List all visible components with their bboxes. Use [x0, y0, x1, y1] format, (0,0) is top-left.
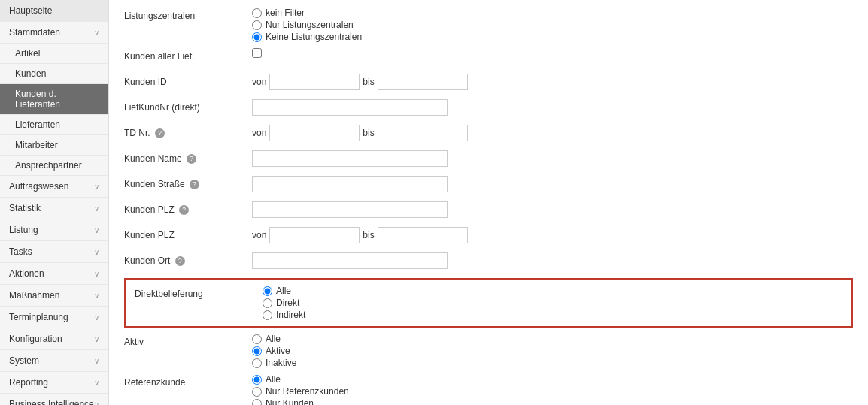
- kunden-plz-bis-input[interactable]: [378, 227, 468, 243]
- sidebar-item-listung[interactable]: Listung∨: [0, 219, 108, 241]
- sidebar-item-hauptseite[interactable]: Hauptseite: [0, 0, 108, 22]
- td-nr-label: TD Nr. ?: [124, 125, 252, 138]
- sidebar-item-label-artikel: Artikel: [15, 48, 40, 59]
- von-label-1: von: [252, 77, 266, 87]
- kunden-name-controls: [252, 150, 853, 167]
- referenzkunde-row: Referenzkunde Alle Nur Referenzkunden Nu…: [124, 374, 853, 405]
- aktiv-radio-group: Alle Aktive Inaktive: [252, 334, 296, 368]
- chevron-down-icon: ∨: [94, 379, 99, 387]
- kunden-ort-input[interactable]: [252, 252, 448, 269]
- sidebar-item-label-tasks: Tasks: [9, 246, 32, 257]
- sidebar-item-mitarbeiter[interactable]: Mitarbeiter: [0, 135, 108, 156]
- sidebar-item-label-mitarbeiter: Mitarbeiter: [15, 140, 58, 150]
- bis-label-1: bis: [363, 77, 374, 87]
- chevron-down-icon: ∨: [94, 335, 99, 343]
- kunden-plz-single-controls: [252, 201, 853, 218]
- direktbelieferung-option-alle[interactable]: Alle: [263, 286, 305, 296]
- aktiv-label: Aktiv: [124, 334, 252, 347]
- sidebar-item-label-aktionen: Aktionen: [9, 268, 44, 279]
- liefkundnr-input[interactable]: [252, 99, 448, 116]
- listungszentralen-option-nur[interactable]: Nur Listungszentralen: [252, 20, 362, 30]
- sidebar-item-kunden[interactable]: Kunden: [0, 64, 108, 84]
- aktiv-option-inaktive[interactable]: Inaktive: [252, 358, 296, 368]
- aktiv-controls: Alle Aktive Inaktive: [252, 334, 853, 368]
- chevron-down-icon: ∨: [94, 183, 99, 191]
- chevron-down-icon: ∨: [94, 226, 99, 234]
- kunden-ort-controls: [252, 252, 853, 269]
- aktiv-option-aktive[interactable]: Aktive: [252, 346, 296, 356]
- referenzkunde-option-nur-referenz[interactable]: Nur Referenzkunden: [252, 386, 349, 397]
- sidebar-item-lieferanten[interactable]: Lieferanten: [0, 115, 108, 135]
- sidebar-item-reporting[interactable]: Reporting∨: [0, 372, 108, 394]
- kunden-aller-lief-controls: [252, 48, 853, 58]
- kunden-aller-lief-checkbox[interactable]: [252, 48, 262, 58]
- listungszentralen-radio-group: kein Filter Nur Listungszentralen Keine …: [252, 8, 362, 42]
- td-nr-help-icon[interactable]: ?: [155, 128, 165, 138]
- kunden-plz-range-row: Kunden PLZ von bis: [124, 227, 853, 246]
- sidebar-item-label-lieferanten: Lieferanten: [15, 119, 60, 130]
- kunden-strasse-help-icon[interactable]: ?: [190, 180, 199, 189]
- sidebar-item-massnahmen[interactable]: Maßnahmen∨: [0, 285, 108, 307]
- sidebar-item-ansprechpartner[interactable]: Ansprechpartner: [0, 156, 108, 176]
- sidebar-item-business-intelligence[interactable]: Business Intelligence∨: [0, 394, 108, 405]
- sidebar-item-label-kunden: Kunden: [15, 68, 46, 79]
- kunden-id-von-input[interactable]: [269, 74, 360, 90]
- sidebar-item-terminplanung[interactable]: Terminplanung∨: [0, 307, 108, 328]
- kunden-name-row: Kunden Name ?: [124, 150, 853, 170]
- aktiv-option-alle[interactable]: Alle: [252, 334, 296, 344]
- sidebar-item-statistik[interactable]: Statistik∨: [0, 198, 108, 219]
- sidebar-item-aktionen[interactable]: Aktionen∨: [0, 263, 108, 285]
- referenzkunde-option-nur-kunden[interactable]: Nur Kunden: [252, 398, 349, 405]
- chevron-down-icon: ∨: [94, 270, 99, 278]
- sidebar-item-label-massnahmen: Maßnahmen: [9, 290, 59, 301]
- sidebar-item-label-system: System: [9, 355, 39, 366]
- kunden-id-row: Kunden ID von bis: [124, 74, 853, 93]
- kunden-id-range: von bis: [252, 74, 468, 90]
- kunden-strasse-controls: [252, 176, 853, 192]
- kunden-strasse-input[interactable]: [252, 176, 448, 192]
- listungszentralen-option-keine[interactable]: Keine Listungszentralen: [252, 32, 362, 42]
- direktbelieferung-option-direkt[interactable]: Direkt: [263, 298, 305, 308]
- listungszentralen-option-kein-filter[interactable]: kein Filter: [252, 8, 362, 18]
- chevron-down-icon: ∨: [94, 357, 99, 365]
- sidebar-item-tasks[interactable]: Tasks∨: [0, 241, 108, 263]
- kunden-name-help-icon[interactable]: ?: [187, 154, 196, 164]
- kunden-name-input[interactable]: [252, 150, 448, 167]
- main-content: Listungszentralen kein Filter Nur Listun…: [109, 0, 868, 405]
- referenzkunde-option-alle[interactable]: Alle: [252, 374, 349, 385]
- td-nr-range: von bis: [252, 125, 468, 141]
- kunden-plz-help-icon[interactable]: ?: [179, 205, 189, 215]
- chevron-down-icon: ∨: [94, 29, 99, 37]
- kunden-plz-single-label: Kunden PLZ ?: [124, 201, 252, 215]
- direktbelieferung-option-indirekt[interactable]: Indirekt: [263, 310, 305, 320]
- liefkundnr-row: LiefKundNr (direkt): [124, 99, 853, 119]
- sidebar-item-label-konfiguration: Konfiguration: [9, 334, 62, 344]
- sidebar-item-label-reporting: Reporting: [9, 377, 48, 388]
- sidebar-item-label-terminplanung: Terminplanung: [9, 312, 68, 322]
- sidebar-item-system[interactable]: System∨: [0, 350, 108, 372]
- kunden-ort-help-icon[interactable]: ?: [175, 256, 185, 266]
- kunden-strasse-row: Kunden Straße ?: [124, 176, 853, 195]
- sidebar-item-kunden-lieferanten[interactable]: Kunden d. Lieferanten: [0, 84, 108, 115]
- liefkundnr-label: LiefKundNr (direkt): [124, 99, 252, 113]
- kunden-plz-input[interactable]: [252, 201, 448, 218]
- sidebar-item-konfiguration[interactable]: Konfiguration∨: [0, 328, 108, 350]
- kunden-id-controls: von bis: [252, 74, 853, 90]
- aktiv-row: Aktiv Alle Aktive Inaktive: [124, 334, 853, 368]
- kunden-plz-von-input[interactable]: [269, 227, 360, 243]
- sidebar-item-label-kunden-lieferanten: Kunden d. Lieferanten: [15, 89, 99, 110]
- td-nr-von-input[interactable]: [269, 125, 360, 141]
- sidebar-item-auftragswesen[interactable]: Auftragswesen∨: [0, 176, 108, 198]
- td-nr-bis-input[interactable]: [378, 125, 468, 141]
- sidebar-item-label-hauptseite: Hauptseite: [9, 5, 52, 16]
- von-label-3: von: [252, 230, 266, 240]
- bis-label-2: bis: [363, 128, 374, 138]
- kunden-ort-label: Kunden Ort ?: [124, 252, 252, 266]
- sidebar-item-artikel[interactable]: Artikel: [0, 44, 108, 64]
- referenzkunde-controls: Alle Nur Referenzkunden Nur Kunden: [252, 374, 853, 405]
- chevron-down-icon: ∨: [94, 204, 99, 213]
- listungszentralen-label: Listungszentralen: [124, 8, 252, 21]
- sidebar-item-label-auftragswesen: Auftragswesen: [9, 181, 68, 192]
- kunden-id-bis-input[interactable]: [378, 74, 468, 90]
- sidebar-item-stammdaten[interactable]: Stammdaten∨: [0, 22, 108, 44]
